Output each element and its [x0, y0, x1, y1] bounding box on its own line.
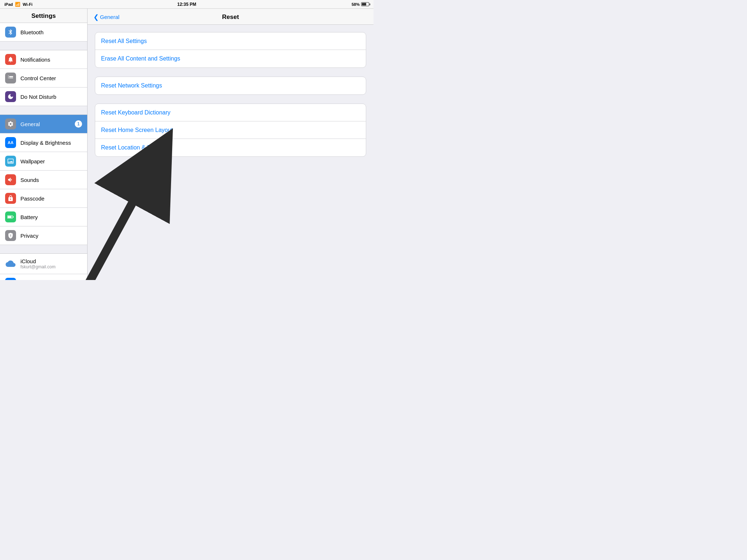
sidebar-item-icloud[interactable]: iCloud fskurt@gmail.com [0, 254, 87, 274]
sidebar-item-battery[interactable]: Battery [0, 208, 87, 226]
erase-all-label: Erase All Content and Settings [101, 55, 180, 62]
bluetooth-label: Bluetooth [20, 29, 82, 35]
sidebar-item-passcode[interactable]: Passcode [0, 189, 87, 208]
sidebar: Settings Bluetooth Notifications [0, 9, 88, 280]
sidebar-item-wallpaper[interactable]: Wallpaper [0, 152, 87, 171]
battery-label: Battery [20, 214, 82, 220]
sidebar-item-display[interactable]: AA Display & Brightness [0, 133, 87, 152]
sidebar-gap-3 [0, 245, 87, 254]
reset-group-2: Reset Network Settings [95, 77, 366, 95]
privacy-label: Privacy [20, 233, 82, 239]
passcode-label: Passcode [20, 195, 82, 202]
do-not-disturb-icon [5, 91, 16, 102]
back-button[interactable]: ❮ General [93, 14, 119, 20]
back-label: General [100, 14, 119, 20]
sidebar-item-general[interactable]: General 1 [0, 115, 87, 133]
passcode-icon [5, 193, 16, 204]
sounds-icon [5, 174, 16, 185]
battery-percent: 58% [352, 2, 360, 7]
sidebar-item-privacy[interactable]: Privacy [0, 226, 87, 245]
reset-keyboard-label: Reset Keyboard Dictionary [101, 109, 170, 116]
reset-all-settings-label: Reset All Settings [101, 38, 147, 44]
reset-home-row[interactable]: Reset Home Screen Layout [95, 121, 366, 139]
do-not-disturb-label: Do Not Disturb [20, 94, 82, 100]
sidebar-gap-2 [0, 106, 87, 115]
wifi-label: Wi-Fi [23, 2, 32, 7]
control-center-label: Control Center [20, 75, 82, 81]
general-label: General [20, 121, 75, 127]
sidebar-item-appstore[interactable]: iTunes & App Store [0, 274, 87, 280]
icloud-icon [5, 258, 16, 269]
svg-rect-1 [13, 216, 13, 218]
status-left: iPad 📶 Wi-Fi [4, 2, 32, 7]
reset-location-row[interactable]: Reset Location & Privacy [95, 139, 366, 156]
sidebar-gap-1 [0, 42, 87, 50]
right-panel: ❮ General Reset Reset All Settings Erase… [88, 9, 374, 280]
right-content: Reset All Settings Erase All Content and… [88, 25, 374, 280]
control-center-icon [5, 73, 16, 83]
sidebar-header: Settings [0, 9, 87, 23]
icloud-label: iCloud [20, 258, 55, 264]
status-bar: iPad 📶 Wi-Fi 12:35 PM 58% [0, 0, 374, 9]
sidebar-item-do-not-disturb[interactable]: Do Not Disturb [0, 88, 87, 106]
erase-all-row[interactable]: Erase All Content and Settings [95, 50, 366, 67]
sounds-label: Sounds [20, 177, 82, 183]
sidebar-title: Settings [6, 12, 81, 20]
appstore-icon [5, 278, 16, 280]
icloud-subtitle: fskurt@gmail.com [20, 264, 55, 269]
reset-group-3: Reset Keyboard Dictionary Reset Home Scr… [95, 104, 366, 157]
status-time: 12:35 PM [177, 2, 196, 7]
battery-icon [361, 2, 369, 6]
sidebar-item-sounds[interactable]: Sounds [0, 171, 87, 189]
wallpaper-label: Wallpaper [20, 158, 82, 164]
notifications-icon [5, 54, 16, 65]
back-chevron-icon: ❮ [93, 14, 99, 20]
sidebar-item-control-center[interactable]: Control Center [0, 69, 87, 88]
reset-network-label: Reset Network Settings [101, 82, 162, 89]
reset-home-label: Reset Home Screen Layout [101, 127, 173, 133]
reset-group-1: Reset All Settings Erase All Content and… [95, 32, 366, 68]
general-icon [5, 118, 16, 129]
reset-network-row[interactable]: Reset Network Settings [95, 77, 366, 94]
right-panel-title: Reset [222, 13, 239, 21]
bluetooth-icon [5, 27, 16, 38]
wallpaper-icon [5, 156, 16, 167]
wifi-icon: 📶 [15, 2, 20, 7]
icloud-text: iCloud fskurt@gmail.com [20, 258, 55, 269]
reset-location-label: Reset Location & Privacy [101, 144, 166, 151]
reset-all-settings-row[interactable]: Reset All Settings [95, 32, 366, 50]
status-right: 58% [352, 2, 369, 7]
right-header: ❮ General Reset [88, 9, 374, 25]
sidebar-item-notifications[interactable]: Notifications [0, 50, 87, 69]
display-icon: AA [5, 137, 16, 148]
device-label: iPad [4, 2, 13, 7]
notifications-label: Notifications [20, 57, 82, 63]
sidebar-list: Bluetooth Notifications Control Center [0, 23, 87, 280]
app-container: Settings Bluetooth Notifications [0, 9, 374, 280]
sidebar-item-bluetooth[interactable]: Bluetooth [0, 23, 87, 42]
battery-menu-icon [5, 211, 16, 222]
general-badge: 1 [75, 120, 82, 128]
privacy-icon [5, 230, 16, 241]
svg-rect-2 [8, 216, 12, 218]
reset-keyboard-row[interactable]: Reset Keyboard Dictionary [95, 104, 366, 121]
display-label: Display & Brightness [20, 140, 82, 146]
